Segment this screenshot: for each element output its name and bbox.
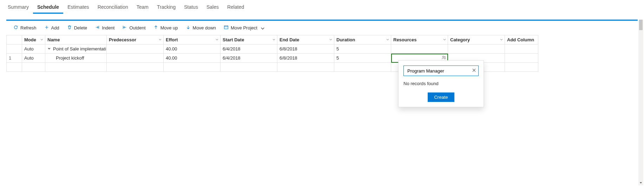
column-category[interactable]: Category xyxy=(448,35,505,44)
cell-startdate[interactable]: 6/4/2018 xyxy=(221,54,277,63)
column-label: Predecessor xyxy=(109,37,136,42)
delete-label: Delete xyxy=(74,25,87,30)
column-label: Duration xyxy=(336,37,355,42)
move-up-button[interactable]: Move up xyxy=(151,23,181,32)
column-startdate[interactable]: Start Date xyxy=(221,35,277,44)
cell-startdate[interactable]: 6/4/2018 xyxy=(221,44,277,54)
tab-team[interactable]: Team xyxy=(132,1,153,14)
cell-mode[interactable]: Auto xyxy=(22,44,45,54)
move-project-label: Move Project xyxy=(231,25,257,30)
delete-button[interactable]: Delete xyxy=(64,23,90,32)
column-duration[interactable]: Duration xyxy=(334,35,391,44)
column-label: Name xyxy=(47,37,60,42)
tab-sales[interactable]: Sales xyxy=(202,1,223,14)
outdent-button[interactable]: Outdent xyxy=(119,23,148,32)
indent-label: Indent xyxy=(102,25,114,30)
cell-empty[interactable] xyxy=(22,63,45,72)
cell-addcolumn[interactable] xyxy=(505,44,538,54)
column-name[interactable]: Name xyxy=(45,35,107,44)
cell-rownum[interactable] xyxy=(7,44,22,54)
cell-empty[interactable] xyxy=(277,63,334,72)
tab-summary[interactable]: Summary xyxy=(4,1,33,14)
cell-name[interactable]: Project kickoff xyxy=(45,54,107,63)
cell-effort[interactable]: 40.00 xyxy=(164,54,221,63)
column-predecessor[interactable]: Predecessor xyxy=(107,35,164,44)
column-label: Category xyxy=(450,37,470,42)
tab-bar: Summary Schedule Estimates Reconciliatio… xyxy=(0,0,644,15)
move-project-button[interactable]: Move Project xyxy=(221,23,267,32)
create-button[interactable]: Create xyxy=(428,92,454,102)
cell-predecessor[interactable] xyxy=(107,54,164,63)
toolbar: Refresh Add Delete Indent Outdent Move u… xyxy=(0,21,644,35)
clear-icon[interactable] xyxy=(472,68,476,74)
chevron-down-icon[interactable] xyxy=(443,37,446,42)
cell-rownum[interactable]: 1 xyxy=(7,54,22,63)
cell-enddate[interactable]: 6/8/2018 xyxy=(277,44,334,54)
cell-empty[interactable] xyxy=(221,63,277,72)
add-label: Add xyxy=(51,25,59,30)
cell-empty[interactable] xyxy=(505,63,538,72)
cell-empty[interactable] xyxy=(164,63,221,72)
column-label: End Date xyxy=(280,37,299,42)
column-label: Add Column xyxy=(507,37,534,42)
cell-enddate[interactable]: 6/8/2018 xyxy=(277,54,334,63)
cell-empty[interactable] xyxy=(107,63,164,72)
chevron-down-icon[interactable] xyxy=(500,37,503,42)
cell-empty[interactable] xyxy=(334,63,391,72)
column-enddate[interactable]: End Date xyxy=(277,35,334,44)
expand-chevron-icon[interactable] xyxy=(47,46,52,51)
scroll-down-arrow-icon[interactable] xyxy=(638,180,643,185)
cell-name[interactable]: Point of Sale implementati xyxy=(45,44,107,54)
tab-reconciliation[interactable]: Reconciliation xyxy=(93,1,132,14)
column-resources[interactable]: Resources xyxy=(391,35,448,44)
column-label: Mode xyxy=(24,37,36,42)
indent-button[interactable]: Indent xyxy=(92,23,117,32)
chevron-down-icon[interactable] xyxy=(329,37,333,42)
vertical-scrollbar[interactable] xyxy=(638,20,643,185)
cell-resources[interactable] xyxy=(391,44,448,54)
chevron-down-icon[interactable] xyxy=(386,37,389,42)
refresh-label: Refresh xyxy=(20,25,37,30)
column-header-row: Mode Name Predecessor Effort Start Date … xyxy=(7,35,538,44)
column-mode[interactable]: Mode xyxy=(22,35,45,44)
cell-predecessor[interactable] xyxy=(107,44,164,54)
refresh-icon xyxy=(13,25,18,31)
tab-status[interactable]: Status xyxy=(180,1,202,14)
tab-estimates[interactable]: Estimates xyxy=(63,1,93,14)
move-up-label: Move up xyxy=(160,25,178,30)
lookup-no-records: No records found xyxy=(403,81,479,86)
task-name: Point of Sale implementati xyxy=(53,46,106,51)
chevron-down-icon[interactable] xyxy=(40,37,44,42)
cell-mode[interactable]: Auto xyxy=(22,54,45,63)
tab-schedule[interactable]: Schedule xyxy=(33,1,63,14)
refresh-button[interactable]: Refresh xyxy=(11,23,39,32)
column-label: Effort xyxy=(166,37,178,42)
arrow-up-icon xyxy=(153,25,158,31)
svg-rect-0 xyxy=(224,26,228,29)
move-down-button[interactable]: Move down xyxy=(183,23,219,32)
cell-category[interactable] xyxy=(448,44,505,54)
chevron-down-icon[interactable] xyxy=(158,37,162,42)
cell-empty[interactable] xyxy=(45,63,107,72)
cell-empty[interactable] xyxy=(7,63,22,72)
indent-icon xyxy=(95,25,100,31)
column-rownum[interactable] xyxy=(7,35,22,44)
scrollbar-thumb[interactable] xyxy=(639,20,643,30)
add-button[interactable]: Add xyxy=(41,23,62,32)
lookup-search-field[interactable] xyxy=(403,66,479,76)
chevron-down-icon[interactable] xyxy=(272,37,276,42)
column-effort[interactable]: Effort xyxy=(164,35,221,44)
cell-effort[interactable]: 40.00 xyxy=(164,44,221,54)
column-addcolumn[interactable]: Add Column xyxy=(505,35,538,44)
chevron-down-icon[interactable] xyxy=(215,37,219,42)
lookup-search-input[interactable] xyxy=(407,68,469,74)
arrow-down-icon xyxy=(186,25,191,31)
tab-tracking[interactable]: Tracking xyxy=(153,1,180,14)
cell-duration[interactable]: 5 xyxy=(334,44,391,54)
svg-point-2 xyxy=(445,56,446,57)
tab-related[interactable]: Related xyxy=(223,1,248,14)
cell-addcolumn[interactable] xyxy=(505,54,538,63)
cell-duration[interactable]: 5 xyxy=(334,54,391,63)
table-row[interactable]: Auto Point of Sale implementati 40.00 6/… xyxy=(7,44,538,54)
calendar-move-icon xyxy=(224,25,229,31)
